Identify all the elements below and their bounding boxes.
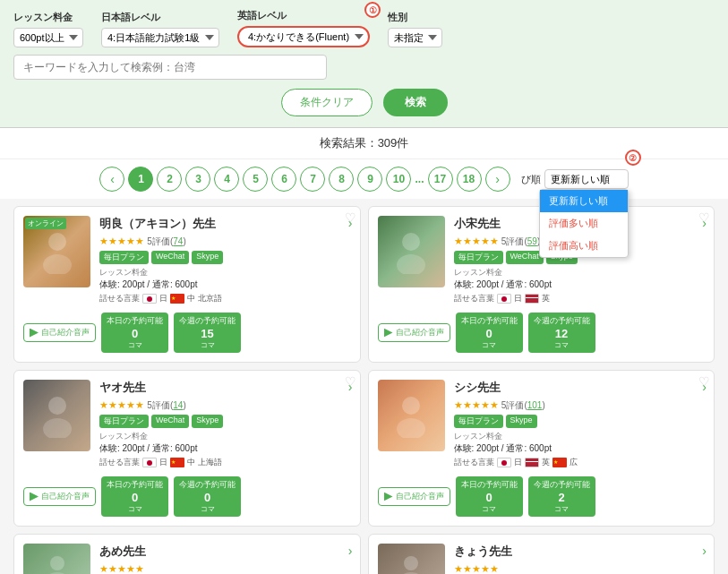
today-availability-akiyon[interactable]: 本日の予約可能 0 コマ [101,313,168,353]
flag-jp [497,458,511,467]
rating-count[interactable]: 14 [173,400,183,410]
tag-wechat: WeChat [506,251,544,264]
teacher-top: あめ先生 ★★★★★ › [23,544,351,574]
page-button-8[interactable]: 8 [329,167,354,192]
play-icon [30,329,39,338]
teacher-bottom-shishi: 自己紹介音声 本日の予約可能 0 コマ 今週の予約可能 2 コマ [378,476,706,517]
fee-label: レッスン料金 [99,431,351,442]
heart-icon-akiyon[interactable]: ♡ [345,210,356,225]
flag-jp [142,458,157,467]
keyword-input[interactable] [13,55,327,80]
search-button[interactable]: 検索 [383,89,448,116]
teacher-rating-ame: ★★★★★ [99,562,351,574]
photo-silhouette [23,216,90,287]
svg-point-8 [50,556,64,570]
sort-option-highest-rating[interactable]: 評価高い順 [540,235,628,257]
teacher-bottom-yao: 自己紹介音声 本日の予約可能 0 コマ 今週の予約可能 0 コマ [23,476,351,517]
rating-count[interactable]: 101 [527,400,543,410]
page-button-4[interactable]: 4 [214,167,239,192]
rating-count[interactable]: 59 [527,236,537,246]
annotation-1: ① [364,2,381,18]
page-button-6[interactable]: 6 [271,167,296,192]
photo-silhouette [23,544,90,574]
teacher-name-kyoko: きょう先生 [454,544,706,560]
svg-point-5 [43,418,72,438]
teacher-name-ame: あめ先生 [99,544,351,560]
prev-page-button[interactable]: ‹ [99,167,124,192]
chevron-right-kyoko[interactable]: › [702,544,707,558]
week-availability-shishi[interactable]: 今週の予約可能 2 コマ [528,476,595,517]
sort-option-newest[interactable]: 更新新しい順 [540,190,628,212]
lesson-fee-filter: レッスン料金 600pt以上 [13,11,83,47]
today-availability-shosho[interactable]: 本日の予約可能 0 コマ [456,313,523,353]
page-button-3[interactable]: 3 [185,167,210,192]
tag-wechat: WeChat [151,251,189,264]
svg-point-4 [48,397,66,415]
svg-point-3 [397,254,425,274]
next-page-button[interactable]: › [485,167,510,192]
photo-silhouette [378,380,445,451]
teacher-card-kyoko: きょう先生 ★★★★★ › [368,534,715,574]
gender-select[interactable]: 未指定 [388,28,442,47]
filter-bar: レッスン料金 600pt以上 日本語レベル 4:日本語能力試験1級 英語レベル … [0,0,728,128]
intro-audio-button-shosho[interactable]: 自己紹介音声 [378,323,450,342]
page-button-9[interactable]: 9 [357,167,382,192]
week-availability-akiyon[interactable]: 今週の予約可能 15 コマ [174,313,241,353]
page-button-5[interactable]: 5 [243,167,268,192]
english-level-select[interactable]: 4:かなりできる(Fluent) [237,26,370,47]
teacher-name-shishi: シシ先生 [454,380,706,396]
today-availability-yao[interactable]: 本日の予約可能 0 コマ [101,476,168,517]
fee-value: 体験: 200pt / 通常: 600pt [99,278,351,291]
page-button-10[interactable]: 10 [386,167,411,192]
sort-wrapper: 更新新しい順 評価多い順 評価高い順 更新新しい順 評価多い順 評価高い順 ② [544,169,629,189]
fee-label: レッスン料金 [454,431,706,442]
fee-value: 体験: 200pt / 通常: 600pt [454,278,706,291]
svg-point-0 [48,233,66,251]
svg-point-10 [404,556,418,570]
sort-option-most-reviews[interactable]: 評価多い順 [540,212,628,235]
sort-select[interactable]: 更新新しい順 評価多い順 評価高い順 [544,169,629,189]
intro-audio-button-akiyon[interactable]: 自己紹介音声 [23,323,96,342]
page-button-17[interactable]: 17 [428,167,453,192]
tag-skype: Skype [192,251,223,264]
page-button-7[interactable]: 7 [300,167,325,192]
page-button-2[interactable]: 2 [157,167,182,192]
week-availability-shosho[interactable]: 今週の予約可能 12 コマ [528,313,595,353]
tag-skype: Skype [192,415,223,428]
clear-button[interactable]: 条件クリア [281,89,373,116]
stars-icon: ★★★★★ [99,236,144,246]
page-button-1[interactable]: 1 [128,167,153,192]
teacher-info-yao: ヤオ先生 ★★★★★ 5評価(14) 毎日プラン WeChat Skype レッ… [99,380,351,468]
teacher-tags-akiyon: 毎日プラン WeChat Skype [99,251,351,264]
flag-us [525,294,539,304]
heart-icon-shosho[interactable]: ♡ [698,210,710,225]
teacher-tags-yao: 毎日プラン WeChat Skype [99,415,351,428]
play-icon [384,493,393,501]
lesson-fee-select[interactable]: 600pt以上 [13,28,83,47]
flags-akiyon: 話せる言葉 日 中 北京語 [99,293,351,304]
chevron-right-ame[interactable]: › [348,544,353,558]
teacher-info-kyoko: きょう先生 ★★★★★ [454,544,706,574]
teacher-photo-yao [23,380,90,451]
intro-audio-button-shishi[interactable]: 自己紹介音声 [378,487,450,506]
week-availability-yao[interactable]: 今週の予約可能 0 コマ [174,476,241,517]
page-button-18[interactable]: 18 [457,167,482,192]
intro-audio-button-yao[interactable]: 自己紹介音声 [23,487,96,506]
teacher-top: ヤオ先生 ★★★★★ 5評価(14) 毎日プラン WeChat Skype レッ… [23,380,351,468]
stars-icon: ★★★★★ [454,236,499,246]
teacher-rating-shishi: ★★★★★ 5評価(101) [454,398,706,412]
page-ellipsis: ... [415,173,424,185]
heart-icon-yao[interactable]: ♡ [345,374,356,389]
today-availability-shishi[interactable]: 本日の予約可能 0 コマ [456,476,523,517]
sort-dropdown: 更新新しい順 評価多い順 評価高い順 [539,189,629,258]
teacher-info-ame: あめ先生 ★★★★★ [99,544,351,574]
teacher-top: シシ先生 ★★★★★ 5評価(101) 毎日プラン Skype レッスン料金 体… [378,380,706,468]
flags-shosho: 話せる言葉 日 英 [454,293,706,304]
teacher-name-akiyon: 明良（アキヨン）先生 [99,216,351,232]
svg-point-2 [402,233,420,251]
japanese-level-select[interactable]: 4:日本語能力試験1級 [101,28,219,47]
teacher-rating-akiyon: ★★★★★ 5評価(74) [99,235,351,248]
teacher-bottom-akiyon: 自己紹介音声 本日の予約可能 0 コマ 今週の予約可能 15 コマ [23,313,351,353]
rating-count[interactable]: 74 [173,236,183,246]
heart-icon-shishi[interactable]: ♡ [698,374,710,389]
